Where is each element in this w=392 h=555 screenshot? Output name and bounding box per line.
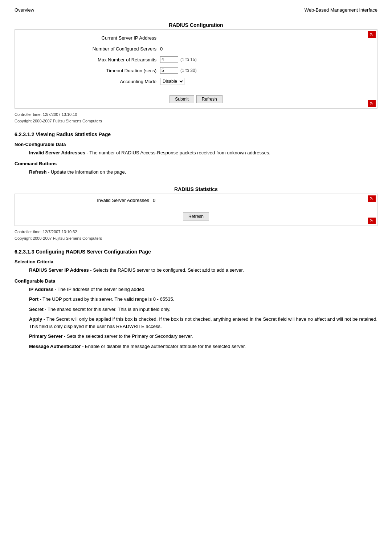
help-down-icon-stats[interactable]: ?↓ [368,195,376,202]
help-up-icon-config[interactable]: ?↑ [368,100,376,107]
radius-server-ip-address-desc: RADIUS Server IP Address - Selects the R… [29,267,377,274]
current-server-ip-row: Current Server IP Address [80,33,370,42]
timeout-duration-row: Timeout Duration (secs) (1 to 30) [80,66,370,75]
header-left: Overview [15,7,34,13]
doc-heading-2: 6.2.3.1.3 Configuring RADIUS Server Conf… [15,249,377,255]
radius-stats-title: RADIUS Statistics [15,183,377,192]
submit-button[interactable]: Submit [170,95,194,103]
invalid-server-addresses-row: Invalid Server Addresses 0 [80,198,370,203]
doc-section-1: 6.2.3.1.2 Viewing Radius Statistics Page… [15,131,377,175]
doc-heading-1: 6.2.3.1.2 Viewing Radius Statistics Page [15,131,377,137]
stats-footer: Controller time: 12/7/2007 13:10:32 Copy… [15,229,377,242]
doc-subheading-selection-criteria: Selection Criteria [15,259,377,264]
accounting-mode-row: Accounting Mode Disable Enable [80,77,370,86]
accounting-mode-select[interactable]: Disable Enable [160,78,184,85]
doc-section-2: 6.2.3.1.3 Configuring RADIUS Server Conf… [15,249,377,350]
invalid-server-addresses-value: 0 [153,198,155,203]
help-down-icon-config[interactable]: ?↓ [368,31,376,38]
max-retransmits-label: Max Number of Retransmits [80,57,160,62]
ip-address-desc: IP Address - The IP address of the serve… [29,286,377,293]
current-server-ip-label: Current Server IP Address [80,35,160,41]
config-footer: Controller time: 12/7/2007 13:10:10 Copy… [15,112,377,124]
port-desc: Port - The UDP port used by this server.… [29,296,377,303]
max-retransmits-hint: (1 to 15) [180,57,197,62]
page-header: Overview Web-Based Management Interface [15,7,377,13]
num-configured-servers-row: Number of Configured Servers 0 [80,44,370,53]
apply-desc: Apply - The Secret will only be applied … [29,316,377,330]
timeout-duration-input[interactable] [160,67,178,74]
invalid-server-addresses-label: Invalid Server Addresses [80,198,153,203]
doc-subheading-configurable-data: Configurable Data [15,278,377,284]
radius-stats-form: Invalid Server Addresses 0 [15,194,377,209]
help-up-icon-stats[interactable]: ?↑ [368,218,376,224]
message-authenticator-desc: Message Authenticator - Enable or disabl… [29,343,377,350]
timeout-duration-hint: (1 to 30) [180,68,197,73]
radius-config-buttons: Submit Refresh [15,92,377,108]
accounting-mode-label: Accounting Mode [80,79,160,84]
max-retransmits-input[interactable] [160,56,178,63]
refresh-button-stats[interactable]: Refresh [183,212,209,220]
secret-desc: Secret - The shared secret for this serv… [29,306,377,313]
radius-config-title: RADIUS Configuration [15,19,377,28]
radius-config-form: Current Server IP Address Number of Conf… [15,30,377,92]
refresh-button-config[interactable]: Refresh [196,95,222,103]
radius-stats-box: ?↓ Invalid Server Addresses 0 Refresh ?↑ [15,194,377,226]
doc-subheading-command-buttons-1: Command Buttons [15,161,377,166]
radius-config-box: ?↓ Current Server IP Address Number of C… [15,29,377,109]
refresh-desc-1: Refresh - Update the information on the … [29,169,377,176]
invalid-server-addresses-desc: Invalid Server Addresses - The number of… [29,149,377,157]
radius-stats-buttons: Refresh [15,209,377,226]
primary-server-desc: Primary Server - Sets the selected serve… [29,333,377,340]
doc-subheading-non-configurable: Non-Configurable Data [15,142,377,147]
timeout-duration-label: Timeout Duration (secs) [80,68,160,73]
max-retransmits-row: Max Number of Retransmits (1 to 15) [80,55,370,64]
num-configured-servers-value: 0 [160,46,163,52]
header-right: Web-Based Management Interface [305,7,377,13]
num-configured-servers-label: Number of Configured Servers [80,46,160,52]
